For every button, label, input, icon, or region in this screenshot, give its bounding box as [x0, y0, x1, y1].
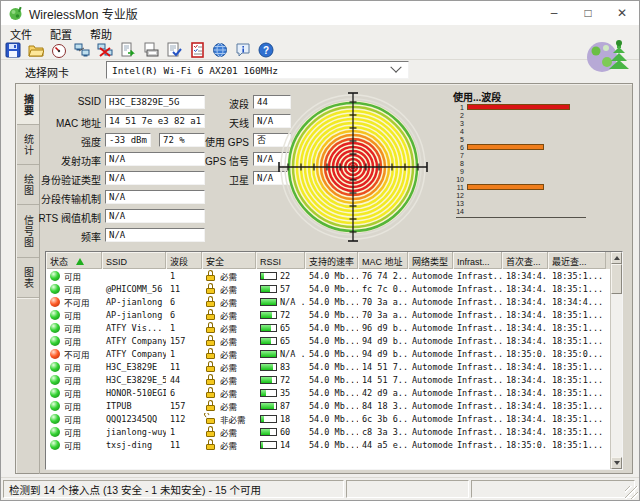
info-button[interactable] — [231, 41, 254, 60]
field-label-left-0: SSID — [0, 96, 101, 107]
field-value-left-7: N/A — [105, 228, 205, 242]
table-row[interactable]: 可用1必需2254.0 Mb...76 74 2...AutomodeInfra… — [46, 269, 610, 282]
column-header-9[interactable]: 首次查... — [502, 252, 548, 269]
channel-cell: 1 — [166, 427, 202, 437]
network-connect-button[interactable] — [70, 41, 93, 60]
adapter-label: 选择网卡 — [25, 64, 69, 80]
channel-cell: 1 — [166, 271, 202, 281]
table-row[interactable]: 可用@PHICOMM_5611必需5754.0 Mb...fc 7c 0...A… — [46, 282, 610, 295]
chevron-down-icon[interactable] — [390, 62, 401, 73]
status-available-icon — [50, 401, 60, 411]
menu-item-2[interactable]: 帮助 — [81, 25, 121, 41]
table-row[interactable]: 不可用AP-jianlong6必需N/A ...54.0 Mb...70 3a … — [46, 295, 610, 308]
column-header-3[interactable]: 安全 — [202, 252, 256, 269]
channel-label: 1 — [451, 104, 467, 111]
rate-cell: 54.0 Mb... — [305, 284, 358, 294]
channel-cell: 11 — [166, 284, 202, 294]
channel-cell: 112 — [166, 414, 202, 424]
column-header-10[interactable]: 最近查... — [548, 252, 606, 269]
menu-item-0[interactable]: 文件 — [1, 25, 41, 41]
column-header-7[interactable]: 网络类型 — [408, 252, 453, 269]
close-button[interactable]: ✕ — [605, 1, 639, 25]
export-report-button[interactable] — [116, 41, 139, 60]
verify-page-button[interactable] — [162, 41, 185, 60]
checklist-button[interactable] — [185, 41, 208, 60]
channel-row-10: 10 — [451, 175, 587, 183]
last-seen-cell: 18:35:1... — [548, 375, 606, 385]
column-header-2[interactable]: 波段 — [166, 252, 202, 269]
column-header-8[interactable]: Infrast... — [453, 252, 502, 269]
menu-item-1[interactable]: 配置 — [41, 25, 81, 41]
network-type-cell: Automode — [408, 414, 453, 424]
column-header-1[interactable]: SSID — [102, 252, 166, 269]
channel-bar — [467, 144, 544, 150]
channel-bar-track — [467, 111, 580, 119]
print-button[interactable] — [139, 41, 162, 60]
maximize-button[interactable]: □ — [571, 1, 605, 25]
status-available-icon — [50, 388, 60, 398]
table-scrollbar[interactable] — [610, 252, 622, 469]
table-row[interactable]: 可用txsj-ding11必需1454.0 Mb...44 a5 e...Aut… — [46, 438, 610, 451]
table-row[interactable]: 可用H3C_E3829E_5G44必需7254.0 Mb...14 51 7..… — [46, 373, 610, 386]
status-section-2 — [346, 480, 469, 498]
channel-bar — [467, 184, 544, 190]
rssi-value: 72 — [280, 375, 290, 385]
rate-cell: 54.0 Mb... — [305, 375, 358, 385]
channel-cell: 157 — [166, 401, 202, 411]
table-row[interactable]: 可用ATFY Company157必需6554.0 Mb...94 d9 b..… — [46, 334, 610, 347]
network-type-cell: Automode — [408, 388, 453, 398]
web-globe-button[interactable] — [208, 41, 231, 60]
save-button[interactable] — [1, 41, 24, 60]
rssi-bar — [260, 441, 277, 449]
resize-grip[interactable] — [625, 486, 638, 499]
last-seen-cell: 18:35:1... — [548, 440, 606, 450]
minimize-button[interactable]: – — [537, 1, 571, 25]
lock-closed-icon — [206, 309, 216, 321]
status-available-icon — [50, 362, 60, 372]
column-header-0[interactable]: 状态 — [46, 252, 102, 269]
column-header-4[interactable]: RSSI — [256, 252, 305, 269]
gauge-button[interactable] — [47, 41, 70, 60]
lock-closed-icon — [206, 400, 216, 412]
table-row[interactable]: 可用AP-jianlong6必需7254.0 Mb...70 3a a...Au… — [46, 308, 610, 321]
channel-label: 14 — [451, 208, 467, 215]
gauge-icon — [51, 42, 67, 58]
scroll-down-button[interactable] — [611, 457, 622, 469]
rssi-bar — [260, 389, 277, 397]
column-header-5[interactable]: 支持的速率 — [305, 252, 358, 269]
security-text: 必需 — [220, 270, 237, 282]
channel-chart-title: 使用...波段 — [453, 89, 501, 104]
status-available-icon — [50, 323, 60, 333]
side-tab-4[interactable]: 图表 — [17, 258, 39, 298]
scroll-up-button[interactable] — [611, 252, 622, 264]
rate-cell: 54.0 Mb... — [305, 271, 358, 281]
adapter-combobox[interactable]: Intel(R) Wi-Fi 6 AX201 160MHz — [106, 61, 409, 79]
table-row[interactable]: 可用QQQ12345QQ112非必需1854.0 Mb...6c 3b 6...… — [46, 412, 610, 425]
scrollbar-thumb[interactable] — [611, 264, 622, 294]
channel-cell: 11 — [166, 440, 202, 450]
status-unavailable-icon — [50, 349, 60, 359]
table-row[interactable]: 可用ITPUB157必需8754.0 Mb...84 18 3...Automo… — [46, 399, 610, 412]
network-type-cell: Automode — [408, 362, 453, 372]
table-row[interactable]: 可用ATFY Vis...1必需6554.0 Mb...96 d9 b...Au… — [46, 321, 610, 334]
rssi-value: N/A ... — [280, 297, 305, 307]
column-header-label: MAC 地址 — [362, 255, 403, 268]
lock-closed-icon — [206, 361, 216, 373]
column-header-6[interactable]: MAC 地址 — [358, 252, 408, 269]
table-row[interactable]: 不可用ATFY Company1必需N/A ...54.0 Mb...94 d9… — [46, 347, 610, 360]
channel-row-14: 14 — [451, 207, 587, 215]
field-label-left-1: MAC 地址 — [0, 115, 101, 130]
infrastructure-cell: Infrast... — [453, 427, 502, 437]
column-header-label: 首次查... — [506, 255, 541, 268]
network-disconnect-button[interactable] — [93, 41, 116, 60]
open-folder-button[interactable] — [24, 41, 47, 60]
help-button[interactable]: ? — [254, 41, 277, 60]
table-row[interactable]: 可用jianlong-wuye1必需6054.0 Mb...c8 3a 3...… — [46, 425, 610, 438]
lock-closed-icon — [206, 387, 216, 399]
table-row[interactable]: 可用H3C_E3829E11必需8354.0 Mb...14 51 7...Au… — [46, 360, 610, 373]
table-row[interactable]: 可用HONOR-510EGI6必需3554.0 Mb...42 d9 a...A… — [46, 386, 610, 399]
triangle-down-icon — [614, 461, 620, 465]
ssid-cell: @PHICOMM_56 — [102, 284, 166, 294]
triangle-up-icon — [614, 256, 620, 260]
first-seen-cell: 18:34:4... — [502, 401, 548, 411]
